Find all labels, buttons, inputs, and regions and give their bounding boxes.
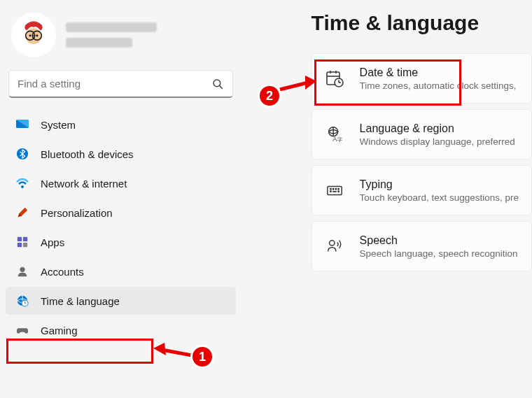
svg-line-8 xyxy=(219,85,222,88)
time-language-icon xyxy=(15,294,29,308)
accounts-icon xyxy=(15,264,29,278)
svg-rect-12 xyxy=(18,237,22,241)
sidebar-nav: System Bluetooth & devices Network & int… xyxy=(6,111,236,344)
sidebar-item-time-language[interactable]: Time & language xyxy=(6,287,236,315)
sidebar-item-label: Accounts xyxy=(41,266,84,278)
card-date-time[interactable]: Date & time Time zones, automatic clock … xyxy=(312,53,532,104)
sidebar-item-accounts[interactable]: Accounts xyxy=(6,257,236,285)
typing-icon xyxy=(325,180,344,200)
personalization-icon xyxy=(15,206,29,220)
sidebar-item-network[interactable]: Network & internet xyxy=(6,169,236,197)
avatar-image xyxy=(15,17,52,53)
card-subtitle: Speech language, speech recognition xyxy=(360,248,518,259)
svg-point-5 xyxy=(29,34,31,36)
search-input[interactable] xyxy=(18,78,211,90)
sidebar-item-personalization[interactable]: Personalization xyxy=(6,199,236,227)
svg-point-41 xyxy=(329,241,334,246)
profile-text-redacted xyxy=(66,22,157,48)
date-time-icon xyxy=(325,69,344,88)
apps-icon xyxy=(15,235,29,249)
gaming-icon xyxy=(15,323,29,337)
card-subtitle: Time zones, automatic clock settings, xyxy=(360,80,517,91)
sidebar-item-label: Network & internet xyxy=(41,178,127,190)
svg-rect-13 xyxy=(23,237,27,241)
svg-point-7 xyxy=(214,80,220,87)
card-subtitle: Windows display language, preferred xyxy=(360,136,515,147)
svg-point-6 xyxy=(36,34,38,36)
svg-rect-15 xyxy=(23,243,27,247)
sidebar-item-bluetooth[interactable]: Bluetooth & devices xyxy=(6,140,236,168)
svg-point-19 xyxy=(22,300,28,306)
card-title: Date & time xyxy=(360,66,517,79)
sidebar-item-label: Gaming xyxy=(41,325,78,336)
svg-text:字: 字 xyxy=(337,136,342,143)
bluetooth-icon xyxy=(15,147,29,161)
settings-cards: Date & time Time zones, automatic clock … xyxy=(312,53,532,271)
card-subtitle: Touch keyboard, text suggestions, pre xyxy=(360,192,519,203)
speech-icon xyxy=(325,236,344,256)
sidebar-item-label: Personalization xyxy=(41,207,113,219)
svg-point-34 xyxy=(330,188,330,189)
profile-area[interactable] xyxy=(6,8,236,67)
svg-point-40 xyxy=(337,191,338,192)
sidebar-item-gaming[interactable]: Gaming xyxy=(6,316,236,344)
svg-point-16 xyxy=(20,267,24,272)
card-title: Language & region xyxy=(360,122,515,135)
sidebar-item-system[interactable]: System xyxy=(6,111,236,138)
system-icon xyxy=(15,118,29,132)
svg-rect-14 xyxy=(18,243,22,247)
sidebar: System Bluetooth & devices Network & int… xyxy=(0,0,241,398)
search-box[interactable] xyxy=(8,70,233,98)
svg-rect-33 xyxy=(327,186,341,194)
sidebar-item-apps[interactable]: Apps xyxy=(6,228,236,256)
sidebar-item-label: Time & language xyxy=(41,295,120,307)
svg-point-37 xyxy=(337,188,338,189)
card-language-region[interactable]: A 字 Language & region Windows display la… xyxy=(312,109,532,159)
svg-point-11 xyxy=(21,185,24,188)
search-icon xyxy=(211,78,224,90)
language-region-icon: A 字 xyxy=(325,125,344,144)
avatar[interactable] xyxy=(11,13,56,57)
card-title: Typing xyxy=(360,178,519,191)
sidebar-item-label: System xyxy=(41,119,76,131)
sidebar-item-label: Apps xyxy=(41,236,64,248)
page-title: Time & language xyxy=(312,11,532,35)
main-content: Time & language Date & time Time zones, … xyxy=(241,0,532,398)
card-title: Speech xyxy=(360,234,518,247)
card-speech[interactable]: Speech Speech language, speech recogniti… xyxy=(312,221,532,271)
svg-point-38 xyxy=(330,191,330,192)
network-icon xyxy=(15,176,29,190)
svg-point-36 xyxy=(335,188,336,189)
sidebar-item-label: Bluetooth & devices xyxy=(41,148,134,160)
card-typing[interactable]: Typing Touch keyboard, text suggestions,… xyxy=(312,165,532,215)
svg-point-35 xyxy=(332,188,333,189)
